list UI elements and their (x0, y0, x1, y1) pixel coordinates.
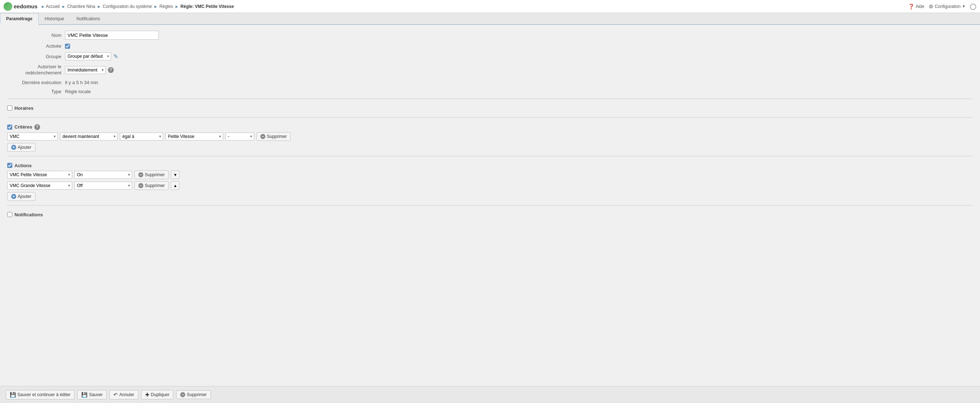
breadcrumb-sep-2: ► (97, 4, 101, 9)
criteres-device-select[interactable]: VMC (7, 132, 58, 140)
separator-1 (7, 99, 973, 99)
criteres-help-icon[interactable]: ? (34, 124, 40, 130)
criteres-condition-select[interactable]: devient maintenant (60, 132, 118, 140)
activee-label: Activée (7, 43, 65, 49)
minus-icon-action-0: − (138, 172, 143, 177)
breadcrumb-item-4[interactable]: Règle: VMC Petite Vitesse (181, 4, 234, 9)
criteres-label: Critères (14, 124, 32, 130)
criteres-row: VMC ▼ devient maintenant ▼ égal à ▼ Peti… (7, 132, 973, 141)
groupe-control: Groupe par défaut ▼ ✎ (65, 53, 118, 60)
activee-checkbox[interactable] (65, 44, 70, 49)
edit-icon[interactable]: ✎ (113, 53, 118, 60)
criteres-operator-wrapper: égal à ▼ (120, 132, 163, 140)
configuration-button[interactable]: ⚙ Configuration ▼ (929, 3, 966, 10)
groupe-select[interactable]: Groupe par défaut (65, 53, 111, 60)
aide-button[interactable]: ❓ Aide (908, 3, 924, 10)
action-device-wrapper-1: VMC Grande Vitesse ▼ (7, 182, 72, 190)
actions-add-row: + Ajouter (7, 192, 973, 201)
derniere-value: Il y a 5 h 34 min (65, 80, 98, 85)
horaires-checkbox[interactable] (7, 105, 12, 110)
derniere-row: Dernière exécution Il y a 5 h 34 min (7, 80, 973, 85)
autoriser-label: Autoriser le redéclenchement (7, 64, 65, 76)
minus-icon-action-1: − (138, 183, 143, 188)
horaires-label: Horaires (14, 105, 33, 111)
top-navbar: eedomus ► Accueil ► Chambre Nina ► Confi… (0, 0, 980, 13)
breadcrumb-item-2[interactable]: Configuration du système (103, 4, 152, 9)
tab-historique-label: Historique (45, 16, 64, 21)
type-label: Type (7, 89, 65, 94)
brand-name: eedomus (14, 3, 38, 10)
autoriser-select[interactable]: Immédiatement (65, 66, 106, 74)
autoriser-help-icon[interactable]: ? (108, 67, 114, 73)
nom-input[interactable] (65, 31, 159, 40)
nom-row: Nom (7, 31, 973, 40)
notifications-checkbox[interactable] (7, 212, 12, 217)
criteres-delete-button[interactable]: − Supprimer (256, 132, 291, 141)
action-device-wrapper-0: VMC Petite Vitesse ▼ (7, 171, 72, 179)
derniere-label: Dernière exécution (7, 80, 65, 85)
action-value-select-1[interactable]: Off (75, 182, 132, 190)
breadcrumb: ► Accueil ► Chambre Nina ► Configuration… (41, 4, 234, 9)
actions-label: Actions (14, 163, 32, 168)
criteres-section-header: Critères ? (7, 122, 973, 132)
actions-add-label: Ajouter (18, 194, 32, 199)
tab-parametrage-label: Paramétrage (6, 16, 32, 21)
actions-checkbox[interactable] (7, 163, 12, 168)
action-delete-button-1[interactable]: − Supprimer (134, 181, 169, 190)
tab-historique[interactable]: Historique (39, 13, 70, 24)
criteres-extra-select[interactable]: - (225, 132, 254, 140)
logo[interactable]: eedomus (3, 2, 38, 11)
breadcrumb-item-3[interactable]: Règles (160, 4, 173, 9)
action-value-select-0[interactable]: On (75, 171, 132, 179)
breadcrumb-item-1[interactable]: Chambre Nina (67, 4, 95, 9)
actions-section-header: Actions (7, 161, 973, 170)
criteres-operator-select[interactable]: égal à (120, 132, 163, 140)
criteres-delete-label: Supprimer (267, 134, 287, 139)
action-down-button-0[interactable]: ▼ (171, 170, 180, 179)
tab-notifications-label: Notifications (76, 16, 100, 21)
notifications-label: Notifications (14, 212, 43, 217)
criteres-value-select[interactable]: Petite Vitesse (165, 132, 223, 140)
criteres-add-button[interactable]: + Ajouter (7, 143, 35, 152)
nom-label: Nom (7, 32, 65, 38)
action-row-1: VMC Grande Vitesse ▼ Off ▼ − Supprimer ▲ (7, 181, 973, 190)
power-button[interactable]: ◯ (970, 3, 977, 10)
tab-parametrage[interactable]: Paramétrage (0, 13, 39, 25)
top-nav-right: ❓ Aide ⚙ Configuration ▼ ◯ (908, 3, 977, 10)
criteres-checkbox[interactable] (7, 124, 12, 130)
action-device-select-0[interactable]: VMC Petite Vitesse (7, 171, 72, 179)
action-delete-button-0[interactable]: − Supprimer (134, 170, 169, 179)
separator-2 (7, 117, 973, 118)
groupe-row: Groupe Groupe par défaut ▼ ✎ (7, 53, 973, 60)
action-device-select-1[interactable]: VMC Grande Vitesse (7, 182, 72, 190)
criteres-value-wrapper: Petite Vitesse ▼ (165, 132, 223, 140)
derniere-control: Il y a 5 h 34 min (65, 80, 98, 85)
action-up-button-1[interactable]: ▲ (171, 181, 180, 190)
autoriser-row: Autoriser le redéclenchement Immédiateme… (7, 64, 973, 76)
action-value-wrapper-1: Off ▼ (75, 182, 132, 190)
main-content: Nom Activée Groupe Groupe par défaut ▼ ✎… (0, 25, 980, 241)
criteres-add-label: Ajouter (18, 145, 32, 150)
breadcrumb-sep-3: ► (154, 4, 158, 9)
criteres-device-wrapper: VMC ▼ (7, 132, 58, 140)
type-control: Règle locale (65, 89, 91, 94)
tab-notifications[interactable]: Notifications (70, 13, 106, 24)
action-delete-label-1: Supprimer (145, 183, 165, 188)
groupe-select-wrapper: Groupe par défaut ▼ (65, 53, 111, 60)
criteres-extra-wrapper: - ▼ (225, 132, 254, 140)
separator-4 (7, 205, 973, 205)
autoriser-select-wrapper: Immédiatement ▼ (65, 66, 106, 74)
breadcrumb-item-0[interactable]: Accueil (46, 4, 60, 9)
activee-row: Activée (7, 43, 973, 49)
question-icon: ❓ (908, 3, 914, 10)
notifications-section: Notifications (7, 210, 973, 220)
action-row-0: VMC Petite Vitesse ▼ On ▼ − Supprimer ▼ (7, 170, 973, 179)
plus-icon-criteres: + (11, 145, 16, 150)
activee-control (65, 44, 70, 49)
configuration-label: Configuration (935, 4, 961, 9)
separator-3 (7, 156, 973, 156)
actions-add-button[interactable]: + Ajouter (7, 192, 35, 201)
breadcrumb-sep-0: ► (41, 4, 45, 9)
criteres-add-row: + Ajouter (7, 143, 973, 152)
tab-bar: Paramétrage Historique Notifications (0, 13, 980, 25)
